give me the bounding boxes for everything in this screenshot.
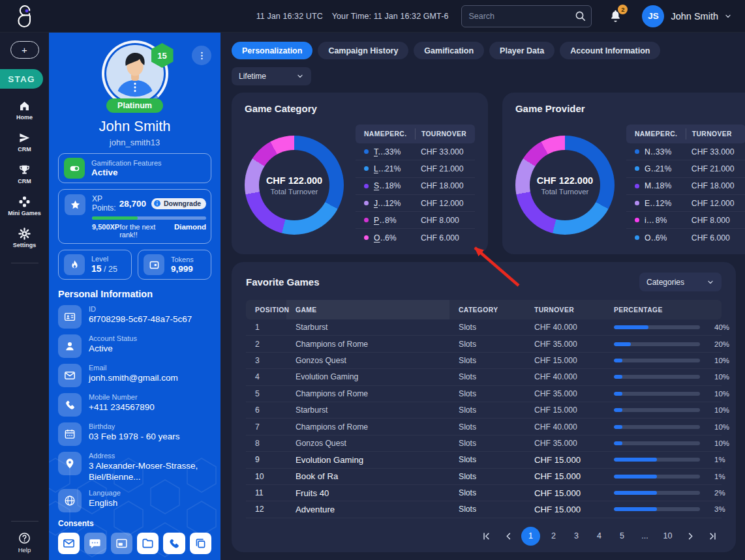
personal-info-title: Personal Information (58, 289, 211, 299)
rail-nav-icon (18, 228, 31, 240)
personal-info-row: ID 6f708298-5c67-48a7-5c67 (58, 305, 211, 329)
rail-nav-item[interactable]: CRM (0, 132, 49, 153)
field-icon (58, 422, 82, 446)
add-button[interactable]: + (10, 41, 39, 59)
category-link[interactable]: Spot (374, 181, 385, 190)
game-name: Fruits 40 (286, 488, 449, 498)
categories-select[interactable]: Categories (639, 273, 722, 291)
token-icon (144, 254, 164, 275)
next-page-button[interactable] (681, 527, 699, 545)
left-rail: + STAG Home CRM CRM (0, 33, 49, 560)
notifications-button[interactable]: 2 (609, 9, 622, 23)
favorite-game-row: 9 Evolution Gaming Slots CHF 15.000 1% (246, 452, 722, 468)
search-icon[interactable] (575, 10, 586, 22)
player-identity: 15 Platinum John Smith john_smith13 (58, 40, 211, 147)
downgrade-pill[interactable]: Downgrade (151, 198, 206, 209)
consent-toggle[interactable] (58, 533, 80, 554)
page-button[interactable]: 2 (544, 527, 563, 546)
perc-value: 21% (656, 164, 686, 173)
personal-info-row: Account Status Active (58, 334, 211, 358)
page-button[interactable]: 4 (590, 527, 609, 546)
table-row: Greentube 21% CHF 21.000 (626, 160, 745, 177)
favorite-games-card: Favorite Games Categories POSITION GAME … (232, 262, 736, 552)
category-link[interactable]: Jackpots (374, 199, 385, 208)
last-page-icon (708, 531, 718, 541)
consent-toggle[interactable] (84, 533, 106, 554)
provider-name: Greentube (645, 164, 656, 173)
rail-nav-item[interactable]: Home (0, 100, 49, 121)
percentage-bar-fill (614, 408, 622, 412)
tab[interactable]: Player Data (489, 42, 555, 59)
consent-toggle[interactable] (190, 533, 211, 554)
toggle-icon[interactable] (64, 158, 85, 179)
page-button[interactable]: 10 (658, 527, 677, 546)
star-icon (65, 194, 85, 215)
table-row: Table Games 33% CHF 33.000 (356, 143, 475, 160)
table-row: iSoftbet 8% CHF 8.000 (626, 212, 745, 229)
help-button[interactable]: Help (18, 532, 31, 553)
page-button[interactable]: 1 (521, 527, 540, 546)
xp-target-rank: Diamond (174, 223, 206, 239)
position-value: 8 (246, 439, 286, 448)
period-select[interactable]: Lifetime (232, 67, 311, 85)
prev-page-button[interactable] (499, 527, 517, 545)
first-page-button[interactable] (477, 527, 495, 545)
table-row: Others 6% CHF 6.000 (356, 229, 475, 246)
favorite-games-title: Favorite Games (246, 276, 320, 287)
consent-toggle[interactable] (163, 533, 185, 554)
series-color-dot (635, 235, 639, 240)
percentage-bar (614, 392, 700, 396)
user-menu[interactable]: JS John Smith (642, 5, 732, 27)
percentage-bar-fill (614, 325, 648, 329)
series-color-dot (635, 184, 639, 188)
category-link[interactable]: Live Casino (374, 164, 385, 173)
category-link[interactable]: Others (374, 233, 385, 243)
xp-progress-fill (92, 216, 138, 220)
game-category-table: NAME PERC. TOURNOVER (356, 125, 475, 246)
tab[interactable]: Gamification (414, 42, 484, 59)
category-link[interactable]: Poker (374, 216, 385, 225)
environment-tab-stag[interactable]: STAG (0, 69, 43, 89)
tab[interactable]: Account Information (560, 42, 660, 59)
table-row: Live Casino 21% CHF 21.000 (356, 160, 475, 177)
brand-logo[interactable] (0, 4, 49, 29)
tokens-value: 9,999 (171, 264, 205, 274)
turnover-value: CHF 12.000 (686, 199, 745, 208)
player-username: john_smith13 (110, 138, 160, 147)
game-provider-card: Game Provider CHF 122.000 Total Turnover… (502, 93, 745, 254)
page-button[interactable]: 3 (567, 527, 586, 546)
consent-toggle[interactable] (111, 533, 132, 554)
percentage-bar (614, 475, 700, 479)
rail-nav-item[interactable]: Mini Games (0, 196, 49, 216)
page-button[interactable]: 5 (613, 527, 631, 546)
rail-nav-item[interactable]: Settings (0, 228, 49, 248)
last-page-button[interactable] (703, 527, 722, 545)
category-link[interactable]: Table Games (374, 147, 385, 156)
tab[interactable]: Campaign History (318, 42, 408, 59)
consent-toggle[interactable] (137, 533, 159, 554)
field-label: Mobile Number (89, 393, 155, 401)
consents-title: Consents (58, 519, 211, 528)
search-input[interactable] (461, 5, 592, 27)
page-button[interactable]: ... (635, 527, 654, 546)
profile-menu-button[interactable] (192, 46, 211, 65)
series-color-dot (364, 201, 369, 205)
provider-name: iSoftbet (645, 216, 656, 225)
favorite-game-row: 2 Champions of Rome Slots CHF 35.000 20% (246, 336, 722, 352)
perc-value: 6% (385, 233, 415, 243)
percentage-bar (614, 325, 700, 329)
favorite-game-row: 5 Champions of Rome Slots CHF 35.000 10% (246, 386, 722, 402)
favorite-game-row: 7 Champions of Rome Slots CHF 40.000 10% (246, 419, 722, 435)
percentage-bar (614, 408, 700, 412)
turnover-value: CHF 8.000 (415, 216, 475, 225)
rail-nav-item[interactable]: CRM (0, 164, 49, 184)
percentage-bar-fill (614, 359, 622, 362)
perc-value: 21% (385, 164, 415, 173)
percentage-bar (614, 491, 700, 495)
percentage-bar-fill (614, 491, 657, 495)
tab[interactable]: Personalization (232, 42, 312, 59)
category-value: Slots (449, 340, 525, 349)
field-label: Email (89, 364, 178, 372)
perc-value: 6% (656, 233, 686, 243)
percentage-value: 10% (714, 439, 729, 447)
